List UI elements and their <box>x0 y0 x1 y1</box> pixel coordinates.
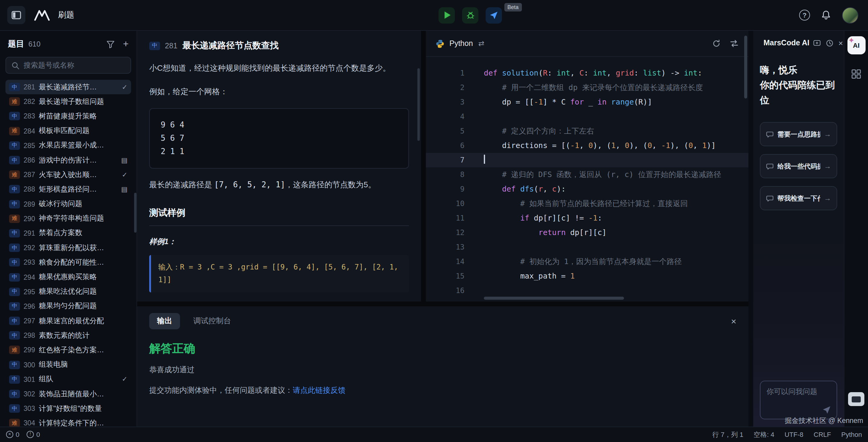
problem-list-item[interactable]: 中288矩形棋盘路径问…▤ <box>5 182 131 197</box>
ai-suggestion-button[interactable]: 需要一点思路提示→ <box>760 122 837 147</box>
problem-list-item[interactable]: 中301组队✓ <box>5 372 131 387</box>
code-line[interactable]: 15 max_path = 1 <box>426 269 748 284</box>
format-code-button[interactable] <box>730 39 739 48</box>
language-switch-icon[interactable]: ⇄ <box>478 39 485 48</box>
problem-number: 281 <box>24 83 35 91</box>
close-ai-panel-icon[interactable]: × <box>838 39 843 47</box>
problem-list-item[interactable]: 难299红色格子染色方案… <box>5 343 131 357</box>
code-line[interactable]: 3 dp = [[-1] * C for _ in range(R)] <box>426 95 748 109</box>
problem-list-item[interactable]: 中294糖果优惠购买策略 <box>5 270 131 284</box>
refresh-icon <box>712 39 721 48</box>
code-line[interactable]: 13 <box>426 240 748 255</box>
ai-rail-button[interactable]: AI <box>847 36 865 54</box>
code-line[interactable]: 14 # 初始化为 1，因为当前节点本身就是一个路径 <box>426 255 748 269</box>
code-line[interactable]: 11 if dp[r][c] != -1: <box>426 211 748 225</box>
problem-list-item[interactable]: 中298素数元素的统计 <box>5 328 131 343</box>
notifications-bell-icon[interactable] <box>821 10 831 21</box>
problem-title: 最长递减路径节点数查找 <box>182 40 279 51</box>
problem-list-item[interactable]: 中293粮食分配的可能性… <box>5 255 131 270</box>
filter-button[interactable] <box>106 40 115 48</box>
run-button[interactable] <box>438 7 455 23</box>
warnings-indicator[interactable]: ! 0 <box>27 431 40 438</box>
code-line[interactable]: 1def solution(R: int, C: int, grid: list… <box>426 66 748 80</box>
submit-button[interactable] <box>486 7 502 23</box>
ai-input-box[interactable] <box>760 381 837 419</box>
code-line[interactable]: 4 <box>426 109 748 124</box>
status-eol[interactable]: CRLF <box>814 431 831 438</box>
ai-input[interactable] <box>767 387 831 407</box>
status-encoding[interactable]: UTF-8 <box>785 431 803 438</box>
problem-list-item[interactable]: 中292算珠重新分配以获… <box>5 240 131 255</box>
problem-list-item[interactable]: 中291禁着点方案数 <box>5 226 131 240</box>
new-chat-button[interactable] <box>813 39 821 47</box>
problem-list-item[interactable]: 中302装饰品丑陋值最小… <box>5 387 131 401</box>
debug-button[interactable] <box>462 7 478 23</box>
help-button[interactable]: ? <box>799 10 810 21</box>
problem-list-item[interactable]: 中286游戏中的伤害计…▤ <box>5 153 131 167</box>
code-line[interactable]: 5 # 定义四个方向：上下左右 <box>426 124 748 138</box>
code-line[interactable]: 16 <box>426 284 748 298</box>
tab-python[interactable]: Python <box>435 39 473 48</box>
problem-list-item[interactable]: 中303计算"好数组"的数量 <box>5 401 131 416</box>
problem-number: 298 <box>24 332 35 339</box>
sample-label: 样例1： <box>149 237 409 247</box>
feedback-link[interactable]: 请点此链接反馈 <box>293 386 345 394</box>
feedback-line: 提交功能内测体验中，任何问题或者建议：请点此链接反馈 <box>149 385 736 396</box>
status-language[interactable]: Python <box>841 431 862 438</box>
user-avatar[interactable] <box>842 7 858 23</box>
reset-code-button[interactable] <box>712 39 721 48</box>
code-line[interactable]: 7 <box>426 153 748 167</box>
line-number: 14 <box>426 255 465 269</box>
code-line[interactable]: 12 return dp[r][c] <box>426 225 748 240</box>
ai-suggestion-button[interactable]: 帮我检查一下代码→ <box>760 186 837 211</box>
problem-list-item[interactable]: 难282最长递增子数组问题 <box>5 94 131 109</box>
history-button[interactable] <box>826 39 834 47</box>
code-line[interactable]: 10 # 如果当前节点的最长路径已经计算过，直接返回 <box>426 196 748 211</box>
problem-list-item[interactable]: 中297糖果迷宫的最优分配 <box>5 314 131 328</box>
difficulty-badge: 中 <box>9 302 20 311</box>
status-indentation[interactable]: 空格: 4 <box>753 430 774 439</box>
problem-scrollbar[interactable] <box>417 68 420 141</box>
problem-list-item[interactable]: 中281最长递减路径节…✓ <box>5 80 131 94</box>
code-line[interactable]: 6 directions = [(-1, 0), (1, 0), (0, -1)… <box>426 138 748 153</box>
sidebar-scrollbar[interactable] <box>134 193 136 233</box>
problem-number: 287 <box>24 171 35 178</box>
ai-suggestion-button[interactable]: 给我一些代码提示→ <box>760 154 837 179</box>
add-problem-button[interactable]: + <box>123 39 129 49</box>
code-line[interactable]: 9 def dfs(r, c): <box>426 182 748 196</box>
difficulty-badge: 中 <box>9 258 20 267</box>
editor-horizontal-scrollbar[interactable] <box>484 297 624 300</box>
problem-paragraph: 最长的递减路径是 [7, 6, 5, 2, 1]，这条路径的节点数为5。 <box>149 179 409 190</box>
marscode-logo <box>33 8 51 22</box>
status-cursor-position[interactable]: 行 7，列 1 <box>712 430 744 439</box>
problem-paragraph: 例如，给定一个网格： <box>149 86 409 98</box>
code-line[interactable]: 2 # 用一个二维数组 dp 来记录每个位置的最长递减路径长度 <box>426 80 748 95</box>
code-text <box>465 284 484 298</box>
tab-debug-console[interactable]: 调试控制台 <box>193 316 231 326</box>
problem-list-item[interactable]: 中296糖果均匀分配问题 <box>5 299 131 314</box>
code-area[interactable]: 1def solution(R: int, C: int, grid: list… <box>426 57 748 301</box>
search-box[interactable] <box>5 57 131 74</box>
difficulty-badge: 难 <box>9 126 20 135</box>
problem-list-item[interactable]: 中300组装电脑 <box>5 357 131 372</box>
plugin-rail-button[interactable] <box>851 69 861 79</box>
errors-indicator[interactable]: × 0 <box>6 431 19 438</box>
problem-list-item[interactable]: 中283树苗健康提升策略 <box>5 109 131 124</box>
problem-list-item[interactable]: 难290神奇字符串构造问题 <box>5 211 131 226</box>
search-input[interactable] <box>24 61 125 69</box>
problem-list-item[interactable]: 中289破冰行动问题 <box>5 197 131 211</box>
difficulty-badge: 中 <box>9 243 20 252</box>
problem-list-item[interactable]: 难284模板串匹配问题 <box>5 124 131 138</box>
sidebar-toggle-button[interactable] <box>7 6 25 24</box>
panel-layout-button[interactable] <box>848 392 864 406</box>
editor-vertical-scrollbar[interactable] <box>744 36 747 98</box>
problem-number: 291 <box>24 230 35 237</box>
problem-list-item[interactable]: 中295糖果吃法优化问题 <box>5 284 131 299</box>
code-line[interactable]: 8 # 递归的 DFS 函数，返回从 (r, c) 位置开始的最长递减路径 <box>426 167 748 182</box>
problem-list-item[interactable]: 难304计算特定条件下的… <box>5 416 131 426</box>
problem-list-item[interactable]: 难287火车驶入驶出顺…✓ <box>5 167 131 182</box>
close-output-icon[interactable]: × <box>731 317 736 326</box>
tab-output[interactable]: 输出 <box>149 313 180 329</box>
ai-send-button[interactable] <box>822 406 831 414</box>
problem-list-item[interactable]: 中285水果店果篮最小成… <box>5 138 131 153</box>
